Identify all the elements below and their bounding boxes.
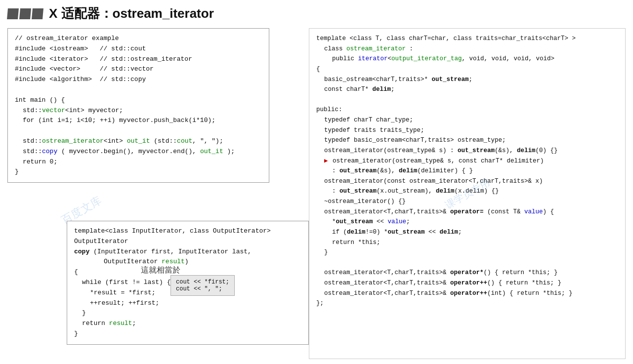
icon-square-3 [32,8,43,19]
code-return-result: return result; [74,319,301,329]
code-line-include2: #include <iterator> // std::ostream_iter… [15,54,262,65]
rcode-ctor3-line1: ostream_iterator(const ostream_iterator<… [316,176,618,187]
rcode-brace-open: { [316,64,618,75]
tooltip-line1: cout << *first; [176,279,229,285]
header-icons [7,8,43,19]
page-container: X 适配器：ostream_iterator // ostream_iterat… [0,0,633,364]
rcode-line-1: template <class T, class charT=char, cla… [316,34,618,44]
code-line-ostream-iter: std::ostream_iterator<int> out_it (std::… [15,136,262,147]
code-output-iter: OutputIterator [74,237,301,247]
code-line-include4: #include <algorithm> // std::copy [15,75,262,85]
rcode-delim: const charT* delim; [316,84,618,95]
rcode-op-inc1: ostream_iterator<T,charT,traits>& operat… [316,278,618,288]
code-line-comment: // ostream_iterator example [15,34,262,44]
code-line-copy: std::copy ( myvector.begin(), myvector.e… [15,147,262,157]
rcode-line-2: class ostream_iterator : [316,44,618,54]
rcode-typedef1: typedef charT char_type; [316,115,618,125]
code-line-return: return 0; [15,157,262,167]
header: X 适配器：ostream_iterator [7,5,626,22]
tooltip-line2: cout << ", "; [176,285,229,292]
icon-square-1 [7,8,19,19]
code-while-close: } [74,308,301,319]
rcode-op-assign-1: ostream_iterator<T,charT,traits>& operat… [316,207,618,217]
rcode-dtor: ~ostream_iterator() {} [316,197,618,207]
rcode-op-assign-2: *out_stream << value; [316,217,618,227]
page-title: X 适配器：ostream_iterator [49,5,214,22]
rcode-op-assign-3: if (delim!=0) *out_stream << delim; [316,227,618,238]
rcode-op-assign-4: return *this; [316,238,618,248]
rcode-ctor2-line1: ▶ ostream_iterator(ostream_type& s, cons… [316,156,618,166]
code-increment: ++result; ++first; [74,298,301,309]
code-copy-sig1: copy (InputIterator first, InputIterator… [74,247,301,257]
rcode-ctor3-line2: : out_stream(x.out_stream), delim(x.deli… [316,186,618,197]
rcode-brace-close: }; [316,298,618,309]
rcode-ctor1: ostream_iterator(ostream_type& s) : out_… [316,146,618,156]
main-content: // ostream_iterator example #include <io… [7,28,626,359]
left-panel: // ostream_iterator example #include <io… [7,28,304,359]
rcode-op-assign-close: } [316,247,618,258]
code-template-line: template<class InputIterator, class Outp… [74,226,301,237]
rcode-line-3: public iterator<output_iterator_tag, voi… [316,54,618,64]
right-panel: 课学员专用 template <class T, class charT=cha… [309,28,626,359]
code-line-for: for (int i=1; i<10; ++i) myvector.push_b… [15,116,262,126]
rcode-op-deref: ostream_iterator<T,charT,traits>& operat… [316,268,618,278]
code-copy-sig2: OutputIterator result) [74,257,301,267]
code-close-brace: } [74,329,301,339]
rcode-out-stream: basic_ostream<charT,traits>* out_stream; [316,75,618,85]
tooltip-box: cout << *first; cout << ", "; [170,275,235,296]
code-line-vector: std::vector<int> myvector; [15,106,262,116]
tooltip-label: 這就相當於 [141,265,180,276]
rcode-typedef2: typedef traits traits_type; [316,125,618,136]
rcode-ctor2-line2: : out_stream(&s), delim(delimiter) { } [316,166,618,176]
code-line-close: } [15,167,262,177]
code-line-include3: #include <vector> // std::vector [15,64,262,75]
rcode-typedef3: typedef basic_ostream<charT,traits> ostr… [316,135,618,146]
code-line-main: int main () { [15,95,262,106]
left-code-top: // ostream_iterator example #include <io… [7,28,269,183]
code-line-include1: #include <iostream> // std::cout [15,44,262,54]
icon-square-2 [19,8,31,19]
rcode-op-inc2: ostream_iterator<T,charT,traits>& operat… [316,288,618,299]
rcode-public: public: [316,105,618,115]
